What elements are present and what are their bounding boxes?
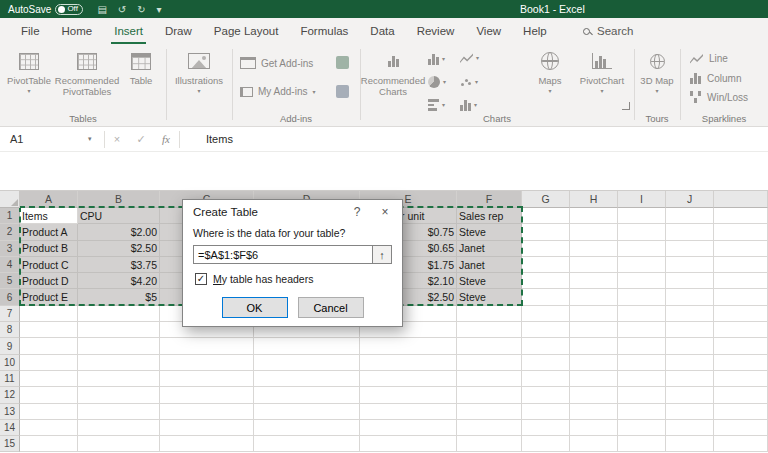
cell-J1[interactable] (666, 208, 714, 224)
cell-H2[interactable] (570, 224, 618, 240)
row-header-12[interactable]: 12 (0, 387, 20, 403)
cell-I1[interactable] (618, 208, 666, 224)
tab-home[interactable]: Home (51, 18, 104, 44)
cell-G13[interactable] (522, 404, 570, 420)
cancel-entry-icon[interactable]: × (105, 133, 129, 145)
my-table-has-headers-checkbox[interactable]: ✓ (195, 273, 207, 285)
cell-H3[interactable] (570, 241, 618, 257)
headers-checkbox-label[interactable]: My table has headers (213, 273, 313, 285)
row-header-7[interactable]: 7 (0, 306, 20, 322)
collapse-dialog-icon[interactable]: ↑ (373, 245, 392, 264)
row-header-3[interactable]: 3 (0, 241, 20, 257)
cell-I9[interactable] (618, 338, 666, 354)
cell-I4[interactable] (618, 257, 666, 273)
cell-A10[interactable] (20, 355, 78, 371)
3d-map-button[interactable]: 3D Map ▾ (635, 47, 679, 94)
cell-A2[interactable]: Product A (20, 224, 78, 240)
row-header-2[interactable]: 2 (0, 224, 20, 240)
cell-J3[interactable] (666, 241, 714, 257)
cell-B8[interactable] (78, 322, 160, 338)
customize-qat-icon[interactable]: ▾ (157, 4, 162, 15)
cell-D13[interactable] (254, 404, 360, 420)
cell-C9[interactable] (160, 338, 254, 354)
pivottable-button[interactable]: PivotTable ▾ (4, 47, 54, 94)
row-header-14[interactable]: 14 (0, 420, 20, 436)
column-header-J[interactable]: J (666, 191, 714, 208)
cell-A6[interactable]: Product E (20, 289, 78, 305)
my-addins-button[interactable]: My Add-ins ▾ (240, 86, 315, 97)
cell-extra6[interactable] (714, 289, 768, 305)
cell-F10[interactable] (457, 355, 522, 371)
redo-icon[interactable]: ↻ (137, 4, 145, 15)
row-header-10[interactable]: 10 (0, 355, 20, 371)
cell-extra13[interactable] (714, 404, 768, 420)
cell-B15[interactable] (78, 436, 160, 452)
cell-F12[interactable] (457, 387, 522, 403)
cell-extra14[interactable] (714, 420, 768, 436)
insert-hierarchy-chart-button[interactable]: ▾ (428, 99, 445, 111)
tab-page-layout[interactable]: Page Layout (203, 18, 290, 44)
get-addins-button[interactable]: Get Add-ins (240, 57, 313, 69)
cell-H4[interactable] (570, 257, 618, 273)
tab-help[interactable]: Help (512, 18, 558, 44)
cell-F1[interactable]: Sales rep (457, 208, 522, 224)
column-header-F[interactable]: F (457, 191, 522, 208)
cell-A5[interactable]: Product D (20, 273, 78, 289)
ok-button[interactable]: OK (222, 297, 288, 318)
cell-J9[interactable] (666, 338, 714, 354)
cell-J4[interactable] (666, 257, 714, 273)
recommended-charts-button[interactable]: Recommended Charts (364, 47, 422, 97)
cell-B11[interactable] (78, 371, 160, 387)
cell-D9[interactable] (254, 338, 360, 354)
cell-H13[interactable] (570, 404, 618, 420)
tab-file[interactable]: File (10, 18, 51, 44)
tab-view[interactable]: View (465, 18, 512, 44)
insert-pie-chart-button[interactable]: ▾ (428, 76, 446, 88)
cell-B2[interactable]: $2.00 (78, 224, 160, 240)
cell-extra3[interactable] (714, 241, 768, 257)
cell-I7[interactable] (618, 306, 666, 322)
cell-B13[interactable] (78, 404, 160, 420)
cell-J15[interactable] (666, 436, 714, 452)
cell-extra12[interactable] (714, 387, 768, 403)
cell-A13[interactable] (20, 404, 78, 420)
cell-A4[interactable]: Product C (20, 257, 78, 273)
cell-C10[interactable] (160, 355, 254, 371)
cell-D10[interactable] (254, 355, 360, 371)
cell-I5[interactable] (618, 273, 666, 289)
name-box-dropdown-icon[interactable]: ▾ (88, 135, 104, 143)
cell-F7[interactable] (457, 306, 522, 322)
close-icon[interactable]: × (372, 200, 398, 224)
cell-extra10[interactable] (714, 355, 768, 371)
cell-J7[interactable] (666, 306, 714, 322)
insert-function-icon[interactable]: fx (153, 133, 179, 145)
cell-B14[interactable] (78, 420, 160, 436)
cell-extra4[interactable] (714, 257, 768, 273)
cell-G2[interactable] (522, 224, 570, 240)
cell-H14[interactable] (570, 420, 618, 436)
column-header-extra[interactable] (714, 191, 768, 208)
cell-J8[interactable] (666, 322, 714, 338)
row-header-9[interactable]: 9 (0, 338, 20, 354)
sparkline-column-button[interactable]: Column (690, 72, 741, 84)
cell-I8[interactable] (618, 322, 666, 338)
row-header-1[interactable]: 1 (0, 208, 20, 224)
cell-E14[interactable] (360, 420, 457, 436)
cell-J11[interactable] (666, 371, 714, 387)
cell-H10[interactable] (570, 355, 618, 371)
cell-I3[interactable] (618, 241, 666, 257)
column-header-I[interactable]: I (618, 191, 666, 208)
formula-bar-content[interactable]: Items (206, 133, 233, 145)
cell-B3[interactable]: $2.50 (78, 241, 160, 257)
cell-G3[interactable] (522, 241, 570, 257)
cell-H1[interactable] (570, 208, 618, 224)
cell-G5[interactable] (522, 273, 570, 289)
insert-scatter-chart-button[interactable]: ▾ (460, 76, 478, 88)
cell-F11[interactable] (457, 371, 522, 387)
cell-I11[interactable] (618, 371, 666, 387)
cell-J10[interactable] (666, 355, 714, 371)
cell-H5[interactable] (570, 273, 618, 289)
cell-J12[interactable] (666, 387, 714, 403)
column-header-G[interactable]: G (522, 191, 570, 208)
maps-button[interactable]: Maps ▾ (530, 47, 570, 94)
